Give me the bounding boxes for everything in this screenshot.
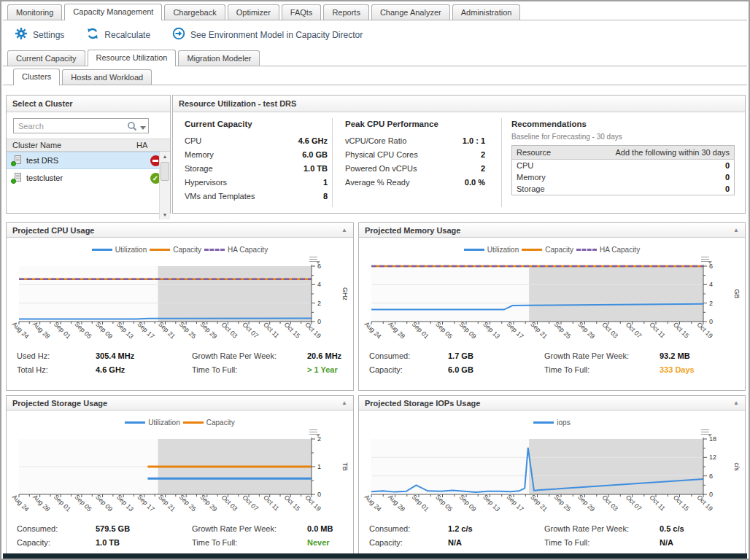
chart-legend: iops (359, 413, 745, 432)
cluster-table-header: Cluster Name HA (7, 139, 170, 152)
panel-projected-cpu-usage: Projected CPU Usage ▲ UtilizationCapacit… (6, 222, 354, 391)
svg-text:Oct 15: Oct 15 (283, 494, 302, 513)
legend-item: Utilization (464, 246, 519, 254)
tab-resource-utilization[interactable]: Resource Utilization (88, 50, 177, 66)
svg-text:Oct 03: Oct 03 (600, 494, 619, 513)
stat-value: 20.6 MHz (307, 351, 347, 360)
stat-value: 579.5 GB (96, 524, 192, 533)
toolbar: Settings Recalculate See En (3, 21, 747, 48)
stat-value: 305.4 MHz (96, 351, 192, 360)
svg-text:Oct 11: Oct 11 (262, 494, 280, 512)
cluster-row-testcluster[interactable]: testcluster ✓ (7, 169, 170, 187)
collapse-icon[interactable]: ▲ (341, 400, 347, 406)
cluster-name: testcluster (23, 174, 141, 182)
metric-label: vCPU/Core Ratio (345, 136, 406, 145)
stat-value: 1.2 c/s (448, 524, 544, 533)
svg-text:GB: GB (733, 289, 740, 298)
svg-text:Sep 29: Sep 29 (198, 320, 218, 340)
svg-text:Oct 11: Oct 11 (648, 321, 666, 339)
recalculate-button[interactable]: Recalculate (86, 27, 150, 42)
scroll-thumb[interactable] (161, 162, 169, 181)
chart-stats: Consumed: 1.7 GB Growth Rate Per Week: 9… (369, 351, 739, 374)
tab-administration[interactable]: Administration (452, 4, 521, 20)
svg-text:Sep 17: Sep 17 (136, 320, 155, 340)
tab-capacity-management[interactable]: Capacity Management (64, 4, 162, 20)
select-cluster-title: Select a Cluster (12, 99, 73, 108)
svg-text:Sep 09: Sep 09 (94, 320, 114, 340)
refresh-icon (86, 27, 99, 42)
see-environment-model-link[interactable]: See Environment Model in Capacity Direct… (172, 27, 363, 42)
stat-label: Consumed: (369, 351, 448, 360)
tab-monitoring[interactable]: Monitoring (7, 4, 62, 20)
svg-text:Aug 24: Aug 24 (12, 320, 31, 340)
resource-utilization-title: Resource Utilization - test DRS (179, 99, 296, 108)
peak-cpu-heading: Peak CPU Performance (345, 120, 485, 128)
search-icon[interactable] (127, 121, 137, 134)
svg-text:Sep 17: Sep 17 (136, 493, 155, 513)
tab-hosts-and-workload[interactable]: Hosts and Workload (62, 69, 152, 85)
svg-text:Sep 25: Sep 25 (552, 320, 572, 340)
tab-current-capacity[interactable]: Current Capacity (7, 50, 85, 66)
legend-item: Utilization (125, 419, 179, 427)
divider (501, 118, 502, 207)
collapse-icon[interactable]: ▲ (733, 400, 739, 406)
rec-value: 0 (570, 171, 735, 183)
svg-text:Sep 05: Sep 05 (73, 320, 93, 340)
view-tab-bar: Clusters Hosts and Workload (3, 67, 747, 85)
svg-text:Sep 17: Sep 17 (505, 493, 525, 513)
tab-reports[interactable]: Reports (323, 4, 369, 20)
scroll-up-icon[interactable]: ▲ (163, 152, 168, 161)
current-capacity-section: Current Capacity CPU4.6 GHz Memory6.0 GB… (185, 112, 328, 203)
tab-faqts[interactable]: FAQts (282, 4, 322, 20)
peak-cpu-section: Peak CPU Performance vCPU/Core Ratio1.0 … (345, 112, 485, 190)
svg-text:Sep 09: Sep 09 (457, 493, 477, 513)
tab-chargeback[interactable]: Chargeback (164, 4, 225, 20)
arrow-right-circle-icon (172, 27, 185, 42)
panel-title: Projected Memory Usage (365, 226, 460, 235)
search-options-caret-icon[interactable] (140, 126, 146, 130)
settings-button[interactable]: Settings (15, 27, 64, 42)
metric-value: 8 (323, 192, 328, 201)
svg-text:6: 6 (317, 262, 321, 270)
stat-label: Capacity: (17, 538, 96, 547)
collapse-icon[interactable]: ▲ (733, 227, 739, 233)
rec-col-resource: Resource (512, 146, 570, 160)
rec-col-add: Add the following within 30 days (570, 146, 735, 160)
svg-text:2: 2 (709, 300, 713, 307)
metric-value: 6.0 GB (302, 150, 328, 159)
stat-value: 6.0 GB (448, 365, 544, 374)
metric-value: 1 (323, 178, 328, 187)
svg-text:Sep 21: Sep 21 (157, 493, 177, 513)
metric-value: 2 (481, 164, 485, 173)
svg-text:Sep 13: Sep 13 (482, 493, 501, 513)
tab-optimizer[interactable]: Optimizer (228, 4, 279, 20)
tab-change-analyzer[interactable]: Change Analyzer (371, 4, 450, 20)
chart-legend: UtilizationCapacityHA Capacity (7, 241, 353, 259)
column-cluster-name: Cluster Name (7, 141, 136, 149)
svg-text:Oct 07: Oct 07 (241, 321, 260, 340)
search-row (7, 112, 170, 139)
svg-text:6: 6 (709, 472, 713, 480)
rec-resource: CPU (512, 160, 570, 172)
svg-text:Sep 01: Sep 01 (410, 493, 430, 513)
divider (332, 118, 333, 207)
tab-migration-modeler[interactable]: Migration Modeler (178, 50, 260, 66)
svg-text:0: 0 (317, 318, 321, 325)
see-environment-model-label: See Environment Model in Capacity Direct… (190, 30, 363, 40)
metric-value: 1.0 TB (304, 164, 328, 173)
svg-text:Sep 05: Sep 05 (434, 493, 454, 513)
tab-clusters[interactable]: Clusters (13, 69, 60, 85)
cluster-row-test-drs[interactable]: test DRS (7, 152, 170, 169)
select-cluster-panel: Select a Cluster Cluster Name HA (6, 95, 171, 214)
svg-text:Sep 13: Sep 13 (115, 320, 135, 340)
svg-text:Sep 05: Sep 05 (434, 320, 454, 340)
scroll-down-icon[interactable]: ▼ (163, 210, 168, 219)
scrollbar[interactable]: ▲ ▼ (159, 152, 170, 219)
collapse-icon[interactable]: ▲ (341, 227, 347, 233)
rec-resource: Memory (512, 171, 570, 183)
bottom-bar (3, 553, 747, 559)
chart-stats: Consumed: 579.5 GB Growth Rate Per Week:… (17, 524, 347, 547)
stat-value: 93.2 MB (660, 351, 739, 360)
chart-stats: Used Hz: 305.4 MHz Growth Rate Per Week:… (17, 351, 347, 374)
stat-value: 1.0 TB (96, 538, 192, 547)
